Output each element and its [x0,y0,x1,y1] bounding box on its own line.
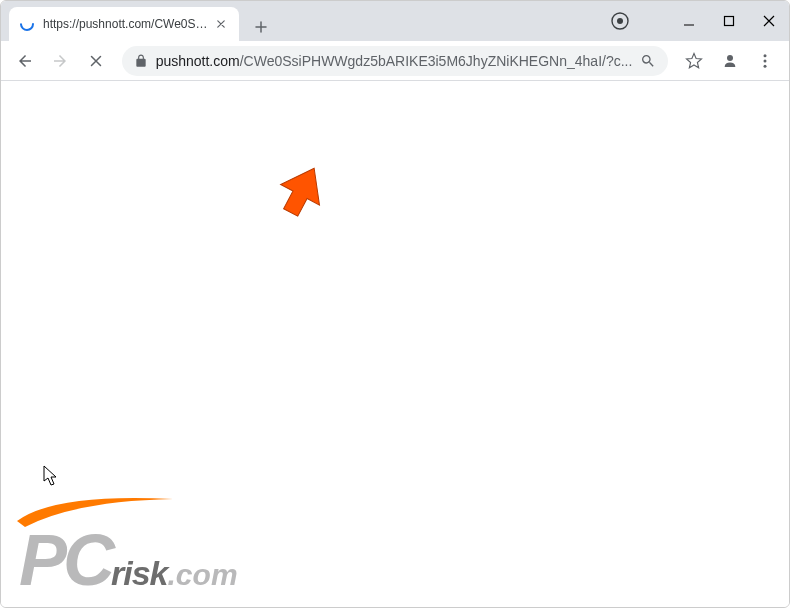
svg-rect-3 [725,17,734,26]
svg-point-5 [764,54,767,57]
close-window-button[interactable] [755,7,783,35]
maximize-button[interactable] [715,7,743,35]
watermark-logo: PC risk .com [19,519,238,601]
url-path: /CWe0SsiPHWWgdz5bARIKE3i5M6JhyZNiKHEGNn_… [240,53,633,69]
minimize-button[interactable] [675,7,703,35]
menu-button[interactable] [749,45,781,77]
back-button[interactable] [9,45,41,77]
address-bar[interactable]: pushnott.com/CWe0SsiPHWWgdz5bARIKE3i5M6J… [122,46,669,76]
watermark-pc: PC [19,519,111,601]
url-domain: pushnott.com [156,53,240,69]
watermark-risk: risk [111,554,168,593]
svg-point-6 [764,59,767,62]
window-controls [675,7,783,35]
tab-title: https://pushnott.com/CWe0SsiPH [43,17,209,31]
titlebar: https://pushnott.com/CWe0SsiPH [1,1,789,41]
browser-tab[interactable]: https://pushnott.com/CWe0SsiPH [9,7,239,41]
svg-point-7 [764,64,767,67]
toolbar: pushnott.com/CWe0SsiPHWWgdz5bARIKE3i5M6J… [1,41,789,81]
bookmark-button[interactable] [678,45,710,77]
loading-spinner-icon [19,16,35,32]
watermark-com: .com [168,558,238,592]
lock-icon [134,54,148,68]
profile-button[interactable] [714,45,746,77]
media-indicator-icon [611,12,629,30]
stop-reload-button[interactable] [80,45,112,77]
url-text: pushnott.com/CWe0SsiPHWWgdz5bARIKE3i5M6J… [156,53,633,69]
forward-button[interactable] [45,45,77,77]
search-in-page-icon[interactable] [640,53,656,69]
tab-close-button[interactable] [213,16,229,32]
svg-point-2 [617,18,623,24]
svg-point-0 [21,18,33,30]
new-tab-button[interactable] [247,13,275,41]
cursor-icon [43,465,59,491]
page-content: PC risk .com [1,81,789,608]
svg-point-4 [727,55,733,61]
annotation-arrow-icon [271,163,331,227]
